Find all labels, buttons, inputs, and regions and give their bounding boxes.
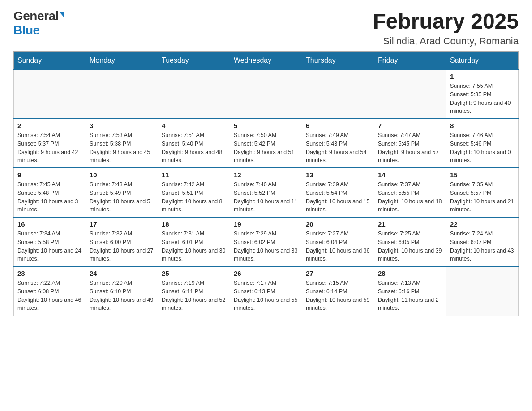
calendar-cell	[230, 69, 302, 119]
day-info: Sunrise: 7:46 AM Sunset: 5:46 PM Dayligh…	[450, 131, 515, 165]
day-info: Sunrise: 7:50 AM Sunset: 5:42 PM Dayligh…	[234, 131, 298, 165]
day-info: Sunrise: 7:54 AM Sunset: 5:37 PM Dayligh…	[17, 131, 82, 165]
calendar-cell: 18Sunrise: 7:31 AM Sunset: 6:01 PM Dayli…	[158, 217, 230, 266]
week-row-2: 2Sunrise: 7:54 AM Sunset: 5:37 PM Daylig…	[14, 119, 519, 168]
day-info: Sunrise: 7:49 AM Sunset: 5:43 PM Dayligh…	[306, 131, 370, 165]
day-number: 18	[162, 220, 226, 228]
calendar-cell: 4Sunrise: 7:51 AM Sunset: 5:40 PM Daylig…	[158, 119, 230, 168]
day-info: Sunrise: 7:22 AM Sunset: 6:08 PM Dayligh…	[17, 279, 82, 313]
day-info: Sunrise: 7:43 AM Sunset: 5:49 PM Dayligh…	[90, 180, 154, 214]
calendar-cell: 14Sunrise: 7:37 AM Sunset: 5:55 PM Dayli…	[374, 168, 446, 217]
day-info: Sunrise: 7:37 AM Sunset: 5:55 PM Dayligh…	[378, 180, 442, 214]
calendar-cell: 3Sunrise: 7:53 AM Sunset: 5:38 PM Daylig…	[86, 119, 158, 168]
calendar-cell: 15Sunrise: 7:35 AM Sunset: 5:57 PM Dayli…	[446, 168, 519, 217]
calendar-cell: 25Sunrise: 7:19 AM Sunset: 6:11 PM Dayli…	[158, 266, 230, 316]
calendar-cell	[86, 69, 158, 119]
weekday-header-saturday: Saturday	[446, 52, 519, 70]
day-info: Sunrise: 7:19 AM Sunset: 6:11 PM Dayligh…	[162, 279, 226, 313]
day-info: Sunrise: 7:51 AM Sunset: 5:40 PM Dayligh…	[162, 131, 226, 165]
day-info: Sunrise: 7:13 AM Sunset: 6:16 PM Dayligh…	[378, 279, 442, 313]
day-number: 11	[162, 171, 226, 179]
location-title: Silindia, Arad County, Romania	[373, 35, 519, 47]
calendar-cell	[446, 266, 519, 316]
day-number: 22	[450, 220, 515, 228]
day-number: 20	[306, 220, 370, 228]
day-info: Sunrise: 7:35 AM Sunset: 5:57 PM Dayligh…	[450, 180, 515, 214]
calendar-cell: 11Sunrise: 7:42 AM Sunset: 5:51 PM Dayli…	[158, 168, 230, 217]
day-info: Sunrise: 7:39 AM Sunset: 5:54 PM Dayligh…	[306, 180, 370, 214]
day-number: 26	[234, 270, 298, 277]
title-section: February 2025 Silindia, Arad County, Rom…	[373, 9, 519, 47]
day-number: 25	[162, 270, 226, 277]
day-number: 14	[378, 171, 442, 179]
day-number: 27	[306, 270, 370, 277]
calendar-cell	[374, 69, 446, 119]
day-info: Sunrise: 7:29 AM Sunset: 6:02 PM Dayligh…	[234, 230, 298, 263]
calendar-cell: 8Sunrise: 7:46 AM Sunset: 5:46 PM Daylig…	[446, 119, 519, 168]
weekday-header-friday: Friday	[374, 52, 446, 70]
day-number: 1	[450, 73, 515, 80]
day-number: 28	[378, 270, 442, 277]
weekday-header-wednesday: Wednesday	[230, 52, 302, 70]
calendar-cell: 27Sunrise: 7:15 AM Sunset: 6:14 PM Dayli…	[302, 266, 374, 316]
day-info: Sunrise: 7:27 AM Sunset: 6:04 PM Dayligh…	[306, 230, 370, 263]
day-info: Sunrise: 7:45 AM Sunset: 5:48 PM Dayligh…	[17, 180, 82, 214]
day-number: 2	[17, 122, 82, 129]
calendar-cell	[14, 69, 86, 119]
calendar-cell: 2Sunrise: 7:54 AM Sunset: 5:37 PM Daylig…	[14, 119, 86, 168]
day-info: Sunrise: 7:20 AM Sunset: 6:10 PM Dayligh…	[90, 279, 154, 313]
calendar-cell: 16Sunrise: 7:34 AM Sunset: 5:58 PM Dayli…	[14, 217, 86, 266]
day-number: 24	[90, 270, 154, 277]
logo-arrow-icon	[60, 12, 64, 17]
day-number: 21	[378, 220, 442, 228]
logo-general-text: General	[13, 9, 59, 23]
day-number: 8	[450, 122, 515, 129]
day-number: 3	[90, 122, 154, 129]
calendar-cell: 9Sunrise: 7:45 AM Sunset: 5:48 PM Daylig…	[14, 168, 86, 217]
calendar-cell: 13Sunrise: 7:39 AM Sunset: 5:54 PM Dayli…	[302, 168, 374, 217]
day-info: Sunrise: 7:32 AM Sunset: 6:00 PM Dayligh…	[90, 230, 154, 263]
calendar-cell: 12Sunrise: 7:40 AM Sunset: 5:52 PM Dayli…	[230, 168, 302, 217]
calendar-cell	[158, 69, 230, 119]
weekday-header-row: SundayMondayTuesdayWednesdayThursdayFrid…	[14, 52, 519, 70]
day-number: 7	[378, 122, 442, 129]
calendar-cell: 23Sunrise: 7:22 AM Sunset: 6:08 PM Dayli…	[14, 266, 86, 316]
day-number: 13	[306, 171, 370, 179]
calendar-cell: 19Sunrise: 7:29 AM Sunset: 6:02 PM Dayli…	[230, 217, 302, 266]
week-row-3: 9Sunrise: 7:45 AM Sunset: 5:48 PM Daylig…	[14, 168, 519, 217]
day-number: 9	[17, 171, 82, 179]
day-number: 19	[234, 220, 298, 228]
day-number: 16	[17, 220, 82, 228]
calendar-cell: 26Sunrise: 7:17 AM Sunset: 6:13 PM Dayli…	[230, 266, 302, 316]
day-info: Sunrise: 7:34 AM Sunset: 5:58 PM Dayligh…	[17, 230, 82, 263]
weekday-header-monday: Monday	[86, 52, 158, 70]
calendar-cell: 17Sunrise: 7:32 AM Sunset: 6:00 PM Dayli…	[86, 217, 158, 266]
calendar-cell: 5Sunrise: 7:50 AM Sunset: 5:42 PM Daylig…	[230, 119, 302, 168]
day-info: Sunrise: 7:42 AM Sunset: 5:51 PM Dayligh…	[162, 180, 226, 214]
page-header: General Blue February 2025 Silindia, Ara…	[13, 9, 519, 47]
day-number: 23	[17, 270, 82, 277]
week-row-1: 1Sunrise: 7:55 AM Sunset: 5:35 PM Daylig…	[14, 69, 519, 119]
calendar-cell: 1Sunrise: 7:55 AM Sunset: 5:35 PM Daylig…	[446, 69, 519, 119]
weekday-header-tuesday: Tuesday	[158, 52, 230, 70]
calendar-table: SundayMondayTuesdayWednesdayThursdayFrid…	[13, 51, 519, 316]
calendar-cell: 7Sunrise: 7:47 AM Sunset: 5:45 PM Daylig…	[374, 119, 446, 168]
day-info: Sunrise: 7:47 AM Sunset: 5:45 PM Dayligh…	[378, 131, 442, 165]
day-info: Sunrise: 7:40 AM Sunset: 5:52 PM Dayligh…	[234, 180, 298, 214]
calendar-cell: 24Sunrise: 7:20 AM Sunset: 6:10 PM Dayli…	[86, 266, 158, 316]
day-info: Sunrise: 7:31 AM Sunset: 6:01 PM Dayligh…	[162, 230, 226, 263]
calendar-cell	[302, 69, 374, 119]
weekday-header-sunday: Sunday	[14, 52, 86, 70]
calendar-cell: 28Sunrise: 7:13 AM Sunset: 6:16 PM Dayli…	[374, 266, 446, 316]
day-number: 4	[162, 122, 226, 129]
day-info: Sunrise: 7:17 AM Sunset: 6:13 PM Dayligh…	[234, 279, 298, 313]
calendar-cell: 10Sunrise: 7:43 AM Sunset: 5:49 PM Dayli…	[86, 168, 158, 217]
day-number: 17	[90, 220, 154, 228]
week-row-4: 16Sunrise: 7:34 AM Sunset: 5:58 PM Dayli…	[14, 217, 519, 266]
week-row-5: 23Sunrise: 7:22 AM Sunset: 6:08 PM Dayli…	[14, 266, 519, 316]
day-info: Sunrise: 7:55 AM Sunset: 5:35 PM Dayligh…	[450, 82, 515, 116]
logo-blue-text: Blue	[13, 23, 40, 38]
day-info: Sunrise: 7:15 AM Sunset: 6:14 PM Dayligh…	[306, 279, 370, 313]
calendar-cell: 21Sunrise: 7:25 AM Sunset: 6:05 PM Dayli…	[374, 217, 446, 266]
day-number: 6	[306, 122, 370, 129]
